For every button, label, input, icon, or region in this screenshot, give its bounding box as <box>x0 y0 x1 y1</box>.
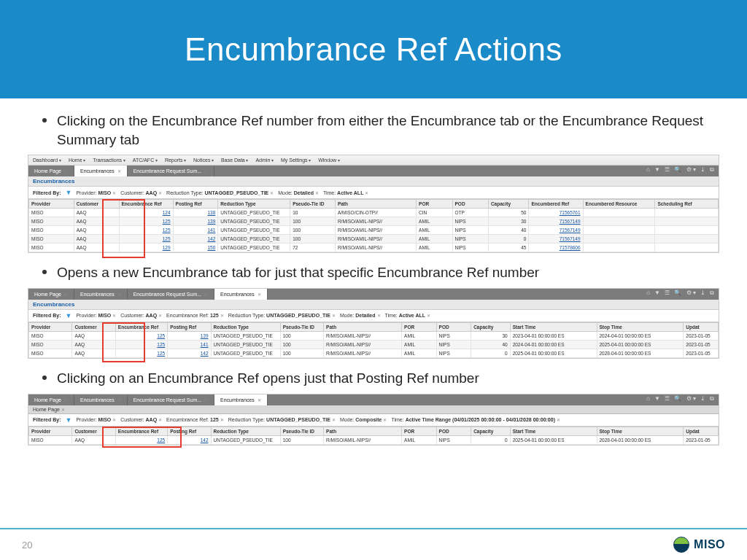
ribbon-item[interactable]: My Settings <box>281 158 311 163</box>
ref-link[interactable]: 125 <box>157 333 165 338</box>
close-icon[interactable]: ✕ <box>258 397 261 402</box>
ribbon-item[interactable]: Reports <box>165 158 186 163</box>
column-header[interactable]: Reduction Type <box>211 322 280 331</box>
column-header[interactable]: Updat <box>684 427 719 435</box>
column-header[interactable]: Updat <box>684 322 719 331</box>
column-header[interactable]: Provider <box>29 427 72 435</box>
remove-icon[interactable]: ✕ <box>158 418 162 422</box>
column-header[interactable]: Encumbrance Ref <box>119 200 173 209</box>
ribbon-item[interactable]: Transactions <box>93 158 125 163</box>
close-icon[interactable]: ✕ <box>204 168 208 174</box>
column-header[interactable]: Capacity <box>471 322 510 331</box>
tab[interactable]: Encumbrances✕ <box>74 166 128 176</box>
column-header[interactable]: Path <box>324 322 402 331</box>
tab[interactable]: Home Page✕ <box>28 166 74 176</box>
close-icon[interactable]: ✕ <box>117 292 121 297</box>
filter-chip[interactable]: Customer: AAQ✕ <box>120 417 162 422</box>
column-header[interactable]: Capacity <box>471 427 510 435</box>
close-icon[interactable]: ✕ <box>64 397 68 402</box>
ref-link[interactable]: 150 <box>208 245 216 250</box>
column-header[interactable]: Customer <box>74 200 119 209</box>
column-header[interactable]: Pseudo-Tie ID <box>290 200 336 209</box>
subtab[interactable]: Home Page <box>33 407 60 412</box>
column-header[interactable]: Pseudo-Tie ID <box>280 322 323 331</box>
ref-link[interactable]: 139 <box>201 333 209 338</box>
filter-chip[interactable]: Provider: MISO✕ <box>76 190 116 195</box>
close-icon[interactable]: ✕ <box>117 168 121 174</box>
ref-link[interactable]: 125 <box>157 438 165 443</box>
filter-chip[interactable]: Reduction Type: UNTAGGED_PSEUDO_TIE✕ <box>228 313 336 318</box>
filter-chip[interactable]: Reduction Type: UNTAGGED_PSEUDO_TIE✕ <box>166 190 274 195</box>
filter-chip[interactable]: Time: Active ALL✕ <box>385 313 431 318</box>
ref-link[interactable]: 71567149 <box>560 219 581 224</box>
column-header[interactable]: POR <box>402 322 437 331</box>
column-header[interactable]: Posting Ref <box>168 322 211 331</box>
remove-icon[interactable]: ✕ <box>220 314 224 318</box>
column-header[interactable]: Scheduling Ref <box>655 200 719 209</box>
ref-link[interactable]: 71565761 <box>560 210 581 215</box>
filter-chip[interactable]: Provider: MISO✕ <box>76 313 116 318</box>
column-header[interactable]: Reduction Type <box>211 427 280 435</box>
tab[interactable]: Encumbrances✕ <box>74 289 128 300</box>
ref-link[interactable]: 129 <box>163 245 171 250</box>
remove-icon[interactable]: ✕ <box>158 314 162 318</box>
ribbon-item[interactable]: Notices <box>193 158 214 163</box>
tab[interactable]: Encumbrance Request Sum...✕ <box>128 166 214 176</box>
ref-link[interactable]: 124 <box>163 210 171 215</box>
ref-link[interactable]: 71578606 <box>560 245 581 250</box>
remove-icon[interactable]: ✕ <box>270 191 274 195</box>
ribbon-item[interactable]: Home <box>69 158 85 163</box>
column-header[interactable]: Reduction Type <box>218 200 290 209</box>
funnel-icon[interactable]: ▼ <box>66 312 72 319</box>
remove-icon[interactable]: ✕ <box>557 418 560 422</box>
column-header[interactable]: POD <box>452 200 488 209</box>
ref-link[interactable]: 125 <box>163 219 171 224</box>
column-header[interactable]: POD <box>436 322 471 331</box>
column-header[interactable]: Stop Time <box>597 322 684 331</box>
column-header[interactable]: Encumbrance Ref <box>115 322 167 331</box>
column-header[interactable]: Encumbered Resource <box>583 200 655 209</box>
ref-link[interactable]: 141 <box>201 342 209 347</box>
column-header[interactable]: POR <box>417 200 452 209</box>
remove-icon[interactable]: ✕ <box>112 418 116 422</box>
close-icon[interactable]: ✕ <box>117 397 121 402</box>
ref-link[interactable]: 71567149 <box>560 236 581 241</box>
column-header[interactable]: Posting Ref <box>173 200 218 209</box>
tab[interactable]: Encumbrance Request Sum...✕ <box>128 289 214 300</box>
ribbon-item[interactable]: Dashboard <box>33 158 61 163</box>
column-header[interactable]: Customer <box>72 427 115 435</box>
ref-link[interactable]: 142 <box>201 351 209 356</box>
column-header[interactable]: Start Time <box>510 322 597 331</box>
close-icon[interactable]: ✕ <box>60 408 65 412</box>
remove-icon[interactable]: ✕ <box>112 191 116 195</box>
filter-chip[interactable]: Time: Active ALL✕ <box>323 190 369 195</box>
column-header[interactable]: Provider <box>29 322 72 331</box>
toolbar-icons[interactable]: ⌂ ▼ ☰ 🔍 ⚙▾ ⤓ ⧉ <box>646 166 716 174</box>
ref-link[interactable]: 142 <box>208 236 216 241</box>
column-header[interactable]: POD <box>436 427 471 435</box>
remove-icon[interactable]: ✕ <box>220 418 224 422</box>
filter-chip[interactable]: Time: Active Time Range (04/01/2025 00:0… <box>391 417 560 422</box>
remove-icon[interactable]: ✕ <box>377 314 381 318</box>
column-header[interactable]: Capacity <box>488 200 529 209</box>
ribbon-item[interactable]: Base Data <box>221 158 248 163</box>
column-header[interactable]: Path <box>324 427 402 435</box>
column-header[interactable]: Stop Time <box>597 427 684 435</box>
filter-chip[interactable]: Encumbrance Ref: 125✕ <box>166 417 224 422</box>
close-icon[interactable]: ✕ <box>64 292 68 297</box>
column-header[interactable]: Posting Ref <box>168 427 211 435</box>
ribbon-item[interactable]: Admin <box>255 158 274 163</box>
column-header[interactable]: Path <box>335 200 416 209</box>
remove-icon[interactable]: ✕ <box>332 314 336 318</box>
remove-icon[interactable]: ✕ <box>112 314 116 318</box>
ref-link[interactable]: 125 <box>163 228 171 233</box>
ref-link[interactable]: 141 <box>208 228 216 233</box>
filter-chip[interactable]: Reduction Type: UNTAGGED_PSEUDO_TIE✕ <box>228 417 336 422</box>
column-header[interactable]: Start Time <box>510 427 597 435</box>
funnel-icon[interactable]: ▼ <box>66 189 72 196</box>
close-icon[interactable]: ✕ <box>64 168 68 174</box>
remove-icon[interactable]: ✕ <box>315 191 319 195</box>
tab[interactable]: Home Page✕ <box>28 394 74 405</box>
filter-chip[interactable]: Customer: AAQ✕ <box>120 313 162 318</box>
column-header[interactable]: Encumbered Ref <box>529 200 583 209</box>
